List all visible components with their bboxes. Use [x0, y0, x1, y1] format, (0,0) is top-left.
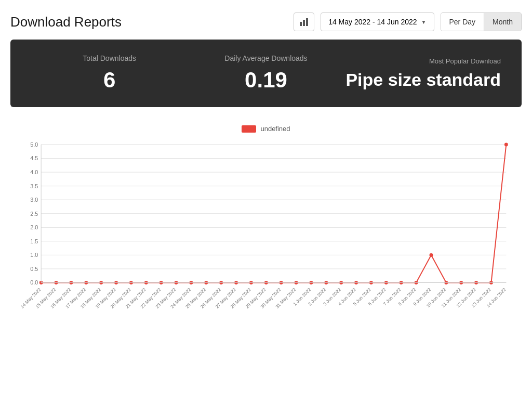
month-toggle[interactable]: Month	[484, 13, 521, 31]
per-day-toggle[interactable]: Per Day	[441, 13, 485, 31]
svg-rect-0	[300, 22, 302, 26]
svg-point-83	[430, 253, 433, 257]
svg-text:4.5: 4.5	[30, 155, 38, 161]
svg-text:1.5: 1.5	[30, 238, 38, 244]
date-range-button[interactable]: 14 May 2022 - 14 Jun 2022 ▼	[321, 12, 434, 31]
svg-rect-1	[303, 20, 305, 26]
svg-rect-2	[306, 18, 308, 26]
daily-avg-label: Daily Average Downloads	[188, 54, 344, 62]
svg-text:3.5: 3.5	[30, 183, 38, 189]
svg-text:2.0: 2.0	[30, 224, 38, 230]
page-title: Download Reports	[10, 14, 287, 30]
total-downloads-label: Total Downloads	[31, 54, 188, 62]
svg-text:4.0: 4.0	[30, 169, 38, 175]
chart-legend: undefined	[16, 125, 516, 133]
daily-avg-block: Daily Average Downloads 0.19	[188, 54, 344, 93]
total-downloads-block: Total Downloads 6	[31, 54, 188, 93]
view-toggle-group: Per Day Month	[441, 12, 522, 31]
svg-text:3.0: 3.0	[30, 197, 38, 203]
chart-container: 0.00.51.01.52.02.53.03.54.04.55.014 May …	[16, 138, 516, 335]
page-header: Download Reports 14 May 2022 - 14 Jun 20…	[10, 8, 522, 40]
legend-label: undefined	[260, 125, 290, 133]
total-downloads-value: 6	[31, 68, 188, 93]
svg-text:0.5: 0.5	[30, 266, 38, 272]
dropdown-arrow-icon: ▼	[421, 19, 427, 25]
svg-text:0.0: 0.0	[30, 279, 38, 286]
popular-download-block: Most Popular Download Pipe size standard	[344, 57, 501, 89]
svg-point-88	[504, 142, 508, 146]
svg-text:2.5: 2.5	[30, 211, 38, 217]
legend-swatch	[242, 125, 256, 133]
daily-avg-value: 0.19	[188, 68, 344, 93]
svg-text:1.0: 1.0	[30, 252, 38, 258]
chart-section: undefined 0.00.51.01.52.02.53.03.54.04.5…	[10, 120, 522, 341]
svg-text:5.0: 5.0	[30, 141, 38, 148]
popular-download-label: Most Popular Download	[344, 57, 501, 65]
chart-icon-button[interactable]	[294, 12, 314, 31]
popular-download-value: Pipe size standard	[344, 70, 501, 89]
bar-chart-icon	[299, 17, 309, 27]
date-range-text: 14 May 2022 - 14 Jun 2022	[328, 18, 417, 26]
stats-banner: Total Downloads 6 Daily Average Download…	[10, 40, 522, 107]
line-chart: 0.00.51.01.52.02.53.03.54.04.55.014 May …	[16, 138, 516, 335]
